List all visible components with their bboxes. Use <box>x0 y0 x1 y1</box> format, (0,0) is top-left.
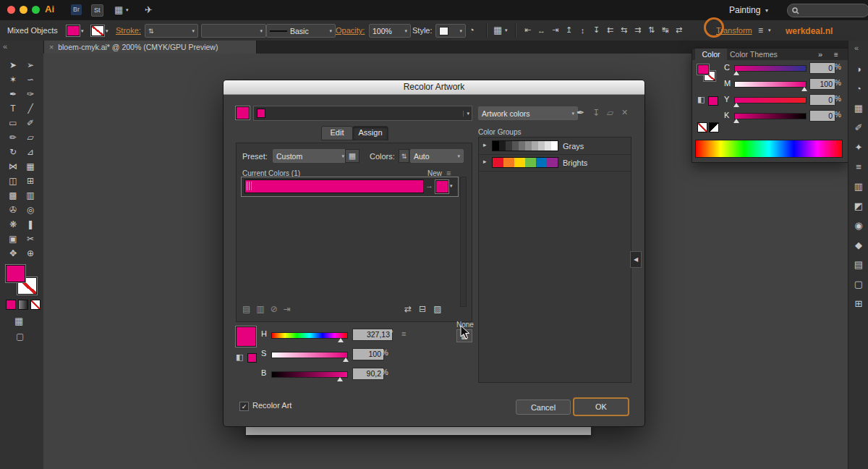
save-group-icon[interactable]: ↧ <box>592 108 600 118</box>
magic-wand-tool[interactable]: ✶ <box>4 72 22 87</box>
gradient-panel-icon[interactable]: ▥ <box>848 177 868 196</box>
yellow-slider[interactable] <box>734 97 807 103</box>
screen-mode-button[interactable]: ▢ <box>16 331 24 342</box>
separate-colors-icon[interactable]: ▥ <box>256 304 264 314</box>
variable-width-profile-combo[interactable]: ▾ <box>201 24 266 38</box>
panel-collapse-icon[interactable]: » <box>818 50 822 59</box>
expand-dock-icon[interactable]: « <box>854 43 859 52</box>
distribute-bottom-icon[interactable]: ⇄ <box>673 25 684 35</box>
select-similar-caret-icon[interactable]: ▾ <box>505 28 508 33</box>
stroke-panel-link[interactable]: Stroke: <box>116 26 141 35</box>
pencil-tool[interactable]: ✏ <box>4 130 22 145</box>
hue-value[interactable]: 327,13 <box>352 329 393 341</box>
bridge-icon[interactable]: Br <box>71 4 82 15</box>
stroke-panel-icon[interactable]: ≡ <box>848 157 868 177</box>
panel-fill-swatch[interactable] <box>697 64 709 75</box>
appearance-panel-icon[interactable]: ◉ <box>848 216 868 235</box>
eraser-tool[interactable]: ▱ <box>22 130 39 145</box>
type-tool[interactable]: T <box>4 101 22 116</box>
new-color-caret-icon[interactable]: ▾ <box>450 183 453 189</box>
random-saturation-icon[interactable]: ⊟ <box>419 304 426 314</box>
stroke-color-swatch[interactable] <box>91 25 104 36</box>
stroke-weight-combo[interactable]: ⇅ ▾ <box>145 24 198 38</box>
distribute-center-h-icon[interactable]: ⇆ <box>618 25 629 35</box>
cyan-slider[interactable] <box>734 65 807 72</box>
align-panel-icon[interactable]: ⊞ <box>848 294 868 313</box>
hsb-mode-menu-icon[interactable]: ≡ <box>401 329 406 338</box>
tab-assign[interactable]: Assign <box>352 126 388 140</box>
graphic-styles-panel-icon[interactable]: ◆ <box>848 235 868 255</box>
line-segment-tool[interactable]: ╱ <box>22 101 39 116</box>
opacity-combo[interactable]: 100% ▾ <box>369 24 411 38</box>
none-swatch[interactable] <box>697 122 707 132</box>
arrange-documents-caret-icon[interactable]: ▾ <box>126 7 129 13</box>
arrange-documents-icon[interactable]: ▦ <box>114 4 123 15</box>
artwork-colors-combo[interactable]: Artwork colors ▾ <box>478 106 578 120</box>
brights-swatch-strip[interactable] <box>492 157 558 168</box>
align-center-vertical-icon[interactable]: ↕ <box>577 25 588 35</box>
symbol-sprayer-tool[interactable]: ❋ <box>4 217 22 232</box>
rotate-tool[interactable]: ↻ <box>4 145 22 159</box>
color-group-row-brights[interactable]: ▸ Brights <box>479 154 631 172</box>
mesh-tool[interactable]: ▩ <box>4 188 22 203</box>
tab-edit[interactable]: Edit <box>321 126 353 140</box>
delete-group-trash-icon[interactable]: ✕ <box>621 108 628 117</box>
preset-caret-icon[interactable]: ▾ <box>341 153 344 159</box>
align-top-icon[interactable]: ↥ <box>563 25 574 35</box>
selected-color-preview-swatch[interactable] <box>236 326 256 347</box>
gradient-mode-button[interactable] <box>18 300 28 310</box>
color-list-scrollbar[interactable] <box>460 177 467 307</box>
select-similar-icon[interactable]: ▦ <box>493 25 502 35</box>
grays-disclosure-icon[interactable]: ▸ <box>483 141 487 148</box>
random-color-order-icon[interactable]: ⇄ <box>404 304 412 314</box>
workspace-caret-icon[interactable]: ▾ <box>765 7 768 14</box>
shape-builder-tool[interactable]: ◫ <box>4 174 22 188</box>
panel-menu-icon[interactable]: ≡ <box>834 51 838 59</box>
direct-selection-tool[interactable]: ➢ <box>22 58 39 72</box>
workspace-switcher[interactable]: Painting <box>729 5 760 15</box>
stroke-caret-icon[interactable]: ▾ <box>106 28 109 34</box>
group-bar-caret-icon[interactable]: ▾ <box>463 111 469 117</box>
exclude-colors-icon[interactable]: ⊘ <box>271 304 278 314</box>
tab-color[interactable]: Color <box>695 48 727 61</box>
magenta-slider[interactable] <box>734 81 807 88</box>
tab-close-icon[interactable]: × <box>49 43 54 51</box>
dialog-titlebar[interactable]: Recolor Artwork <box>224 80 644 95</box>
black-slider[interactable] <box>734 113 807 119</box>
hand-tool[interactable]: ✥ <box>4 246 22 261</box>
align-left-icon[interactable]: ⇤ <box>522 25 533 35</box>
recolor-art-checkbox[interactable]: ✓ <box>239 402 249 411</box>
drawing-modes-button[interactable]: ▦ <box>14 316 23 326</box>
color-group-bar[interactable]: ▾ <box>253 106 472 121</box>
paintbrush-tool[interactable]: ✐ <box>22 116 39 130</box>
brush-definition-combo[interactable]: Basic ▾ <box>266 24 336 38</box>
in-gamut-swatch[interactable] <box>708 96 718 106</box>
artboard-tool[interactable]: ▣ <box>4 232 22 246</box>
perspective-grid-tool[interactable]: ⊞ <box>22 174 39 188</box>
control-panel-menu-icon[interactable]: ≡ <box>758 25 763 35</box>
brightness-slider[interactable] <box>271 371 348 378</box>
stroke-weight-caret-icon[interactable]: ▾ <box>192 28 195 34</box>
black-white-swatch[interactable] <box>709 122 719 132</box>
style-caret-icon[interactable]: ▾ <box>459 28 462 34</box>
free-transform-tool[interactable]: ▦ <box>22 159 39 174</box>
brights-disclosure-icon[interactable]: ▸ <box>483 158 487 165</box>
graphic-style-combo[interactable]: ▾ <box>435 24 466 38</box>
artboards-panel-icon[interactable]: ▢ <box>848 274 868 294</box>
rectangle-tool[interactable]: ▭ <box>4 116 22 130</box>
opacity-caret-icon[interactable]: ▾ <box>404 28 407 34</box>
black-value[interactable]: 0 <box>809 110 835 122</box>
fill-caret-icon[interactable]: ▾ <box>81 28 84 34</box>
new-group-folder-icon[interactable]: ▱ <box>607 108 613 118</box>
new-color-swatch[interactable] <box>435 180 448 193</box>
brightness-value[interactable]: 90,2 <box>352 368 384 380</box>
lasso-tool[interactable]: ∽ <box>22 72 39 87</box>
color-guide-panel-icon[interactable]: ◔ <box>848 79 868 98</box>
zoom-tool[interactable]: ⊕ <box>22 246 39 261</box>
recolor-artwork-button[interactable]: ◔ <box>469 25 475 35</box>
profile-caret-icon[interactable]: ▾ <box>260 28 263 34</box>
control-panel-menu-caret-icon[interactable]: ▾ <box>768 28 771 33</box>
find-color-icon[interactable]: ▨ <box>433 304 441 314</box>
spotlight-search[interactable] <box>787 4 868 17</box>
none-mode-button[interactable] <box>30 300 41 310</box>
